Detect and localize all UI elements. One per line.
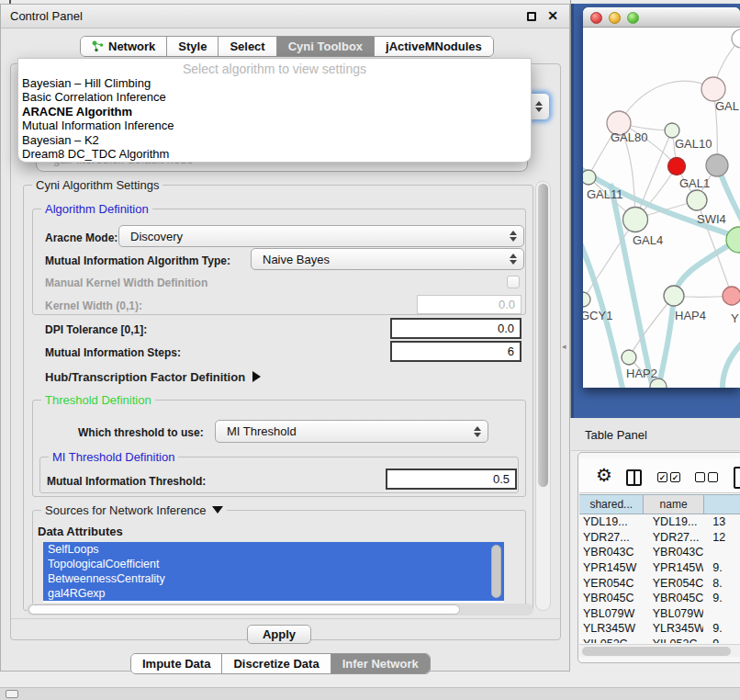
network-canvas[interactable]: GALGAL80GAL10GAL11GAL1SWI4GAL4GCY1HAP4YH… [583, 28, 740, 388]
network-window[interactable]: GALGAL80GAL10GAL11GAL1SWI4GAL4GCY1HAP4YH… [583, 7, 740, 388]
gear-icon[interactable]: ⚙ [596, 464, 612, 486]
network-edge[interactable] [723, 331, 740, 388]
minimize-window-icon[interactable] [609, 12, 621, 24]
table-header-row: shared...name [579, 494, 740, 514]
data-attributes-list[interactable]: SelfLoopsTopologicalCoefficientBetweenne… [43, 542, 504, 603]
settings-horizontal-scrollbar[interactable] [27, 604, 533, 615]
scrollbar-thumb[interactable] [582, 647, 731, 656]
network-node[interactable] [687, 190, 707, 210]
hub-section-toggle[interactable]: Hub/Transcription Factor Definition [45, 370, 261, 384]
dropdown-item[interactable]: Mutual Information Inference [18, 119, 531, 132]
group-title: Algorithm Definition [41, 202, 152, 216]
table-cell: YBR043C [644, 546, 704, 559]
chevron-right-icon [252, 371, 261, 382]
node-label: GAL [715, 99, 739, 113]
dropdown-item[interactable]: Basic Correlation Inference [18, 90, 531, 104]
hub-section-label: Hub/Transcription Factor Definition [45, 370, 245, 384]
tab-label: Infer Network [342, 657, 419, 671]
which-threshold-combobox[interactable]: MI Threshold [215, 420, 488, 443]
manual-kernel-checkbox[interactable] [507, 276, 520, 288]
collapsed-panel-icon[interactable] [6, 690, 18, 698]
table-row[interactable]: YPR145WYPR145W9. [579, 560, 740, 576]
mi-steps-label: Mutual Information Steps: [45, 346, 181, 359]
tab-style[interactable]: Style [167, 37, 219, 56]
settings-scrollbar[interactable] [535, 181, 551, 611]
split-columns-icon[interactable] [626, 469, 642, 486]
table-row[interactable]: YER054CYER054C8. [579, 575, 740, 591]
group-title: Threshold Definition [41, 393, 155, 407]
tab-network[interactable]: Network [81, 37, 167, 56]
network-node[interactable] [665, 123, 679, 138]
mi-threshold-field[interactable]: 0.5 [386, 469, 517, 490]
tab-discretize-data[interactable]: Discretize Data [222, 654, 331, 673]
float-panel-icon[interactable] [527, 12, 536, 21]
network-node[interactable] [726, 227, 740, 253]
network-node[interactable] [723, 287, 740, 305]
scrollbar-thumb[interactable] [28, 604, 460, 615]
maximize-window-icon[interactable] [627, 12, 639, 24]
table-panel: ⚙ ✓✓ shared...nameYDL19...YDL19...13YDR2… [577, 452, 740, 663]
mi-type-combobox[interactable]: Naive Bayes [251, 248, 524, 270]
column-header[interactable]: name [644, 494, 703, 514]
network-node[interactable] [623, 208, 648, 232]
network-node[interactable] [583, 170, 596, 185]
close-panel-icon[interactable]: ✕ [547, 8, 558, 23]
dropdown-item[interactable]: Dream8 DC_TDC Algorithm [18, 147, 531, 161]
dpi-tolerance-field[interactable]: 0.0 [390, 318, 521, 339]
mi-threshold-label: Mutual Information Threshold: [47, 475, 206, 488]
tab-jactivemnodules[interactable]: jActiveMNodules [375, 37, 493, 56]
network-node[interactable] [706, 154, 728, 176]
table-row[interactable]: YBR043CYBR043C [579, 545, 740, 560]
tab-cyni-toolbox[interactable]: Cyni Toolbox [277, 37, 375, 56]
table-row[interactable]: YBL079WYBL079W [579, 606, 740, 622]
tab-select[interactable]: Select [219, 37, 276, 56]
network-node[interactable] [668, 158, 686, 175]
table-horizontal-scrollbar[interactable] [579, 644, 740, 657]
sources-toggle[interactable]: Sources for Network Inference [41, 503, 227, 517]
attribute-item[interactable]: BetweennessCentrality [43, 571, 504, 586]
table-cell: YDL19... [644, 515, 704, 528]
mi-steps-field[interactable]: 6 [390, 341, 521, 362]
close-window-icon[interactable] [590, 12, 602, 24]
attribute-item[interactable]: SelfLoops [43, 542, 504, 557]
column-header[interactable]: shared... [579, 494, 644, 514]
dropdown-item[interactable]: ARACNE Algorithm [18, 105, 531, 119]
dropdown-item[interactable]: Bayesian – Hill Climbing [18, 76, 531, 90]
apply-button[interactable]: Apply [247, 625, 311, 644]
select-all-checked-icon[interactable]: ✓✓ [657, 472, 680, 482]
combo-spinner-icon [509, 254, 517, 265]
network-window-titlebar[interactable] [583, 7, 740, 28]
dropdown-item[interactable]: Bayesian – K2 [18, 133, 531, 147]
panel-title: Control Panel [10, 9, 83, 23]
network-node[interactable] [622, 350, 636, 365]
network-edge[interactable] [619, 81, 713, 123]
attribute-item[interactable]: TopologicalCoefficient [43, 557, 504, 571]
table-row[interactable]: YBR045CYBR045C9. [579, 591, 740, 606]
aracne-mode-label: Aracne Mode: [45, 231, 118, 244]
aracne-mode-combobox[interactable]: Discovery [118, 225, 524, 247]
table-cell: 8. [703, 577, 740, 590]
combo-spinner-icon [473, 426, 481, 437]
bottom-tab-bar: Impute DataDiscretize DataInfer Network [130, 653, 431, 674]
table-row[interactable]: YLR345WYLR345W9. [579, 621, 740, 637]
node-label: Y [731, 311, 739, 325]
page-icon[interactable] [734, 467, 740, 489]
network-node[interactable] [701, 77, 725, 101]
table-row[interactable]: YDR27...YDR27...12 [579, 530, 740, 546]
attribute-item[interactable]: gal4RGexp [43, 586, 504, 601]
network-node[interactable] [583, 292, 590, 307]
network-edge[interactable] [656, 296, 674, 388]
table-row[interactable]: YIL052CYIL052C9. [579, 637, 740, 643]
divider [11, 618, 560, 619]
column-header[interactable] [704, 494, 740, 514]
select-none-unchecked-icon[interactable] [695, 472, 718, 482]
kernel-width-field[interactable]: 0.0 [417, 295, 521, 314]
tab-infer-network[interactable]: Infer Network [331, 654, 430, 673]
tab-impute-data[interactable]: Impute Data [131, 654, 222, 673]
network-node[interactable] [664, 286, 684, 306]
attributes-scrollbar[interactable] [491, 545, 501, 598]
table-row[interactable]: YDL19...YDL19...13 [579, 514, 740, 530]
scrollbar-thumb[interactable] [538, 184, 548, 487]
network-node[interactable] [732, 29, 740, 48]
splitter-collapse-icon[interactable]: ◂ [562, 342, 566, 351]
